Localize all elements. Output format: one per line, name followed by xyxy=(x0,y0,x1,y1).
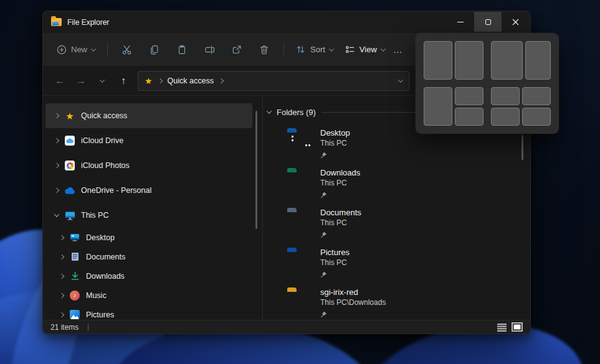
snap-zone[interactable] xyxy=(522,87,551,105)
toolbar-divider xyxy=(283,43,284,57)
expand-chevron-icon[interactable] xyxy=(59,235,64,240)
expand-chevron-icon[interactable] xyxy=(54,113,59,118)
group-collapse-chevron-icon[interactable] xyxy=(267,108,272,113)
expand-chevron-icon[interactable] xyxy=(59,312,64,317)
recent-locations-button[interactable] xyxy=(92,71,113,91)
downloads-icon xyxy=(70,271,80,281)
file-item-downloads[interactable]: Downloads This PC xyxy=(267,164,530,204)
content-scrollbar[interactable] xyxy=(521,135,523,160)
snap-zone[interactable] xyxy=(424,41,452,80)
snap-zone[interactable] xyxy=(491,41,523,80)
maximize-button[interactable] xyxy=(474,12,502,32)
pin-icon xyxy=(320,152,327,159)
sidebar-item-icloud-drive[interactable]: iCloud Drive xyxy=(45,128,252,153)
expand-chevron-icon[interactable] xyxy=(59,254,64,259)
details-view-button[interactable] xyxy=(497,323,507,332)
view-button[interactable]: View xyxy=(339,39,391,60)
snap-zone[interactable] xyxy=(491,87,520,105)
sidebar-item-label: Quick access xyxy=(81,111,127,120)
file-name: Desktop xyxy=(320,128,350,138)
file-list: Desktop This PC xyxy=(267,124,530,320)
expand-chevron-icon[interactable] xyxy=(54,188,59,193)
sidebar-item-label: OneDrive - Personal xyxy=(81,186,151,195)
file-location: This PC xyxy=(320,138,350,148)
sidebar-item-quick-access[interactable]: ★ Quick access xyxy=(45,103,252,128)
minimize-icon xyxy=(457,22,464,22)
new-button[interactable]: New xyxy=(50,40,102,60)
share-button[interactable] xyxy=(223,38,250,62)
snap-zone[interactable] xyxy=(491,108,520,126)
up-button[interactable]: ↑ xyxy=(113,71,134,91)
address-dropdown-icon[interactable] xyxy=(398,77,403,82)
expand-chevron-icon[interactable] xyxy=(59,292,64,297)
expand-chevron-icon[interactable] xyxy=(54,163,59,168)
snap-zone[interactable] xyxy=(455,87,483,105)
pin-icon xyxy=(320,231,327,238)
file-name: sgi-irix-red xyxy=(320,287,386,297)
pin-icon xyxy=(320,271,327,278)
paste-button[interactable] xyxy=(168,38,196,62)
sidebar-item-pictures[interactable]: Pictures xyxy=(45,305,252,320)
view-button-label: View xyxy=(360,45,377,54)
close-icon xyxy=(512,19,519,26)
maximize-icon xyxy=(485,19,491,25)
snap-zone[interactable] xyxy=(424,87,452,126)
file-explorer-app-icon xyxy=(51,18,62,26)
sidebar-item-onedrive[interactable]: OneDrive - Personal xyxy=(45,178,252,203)
icloud-photos-icon xyxy=(65,161,75,170)
title-bar[interactable]: File Explorer xyxy=(43,11,530,33)
plus-circle-icon xyxy=(57,45,67,55)
back-button[interactable]: ← xyxy=(49,71,70,91)
file-item-pictures[interactable]: Pictures This PC xyxy=(267,244,530,284)
delete-button[interactable] xyxy=(250,38,278,62)
sidebar-item-documents[interactable]: Documents xyxy=(45,247,252,266)
toolbar-divider xyxy=(107,43,108,57)
large-icons-view-button[interactable] xyxy=(512,322,523,332)
trash-icon xyxy=(259,44,270,55)
snap-zone[interactable] xyxy=(455,108,483,126)
sidebar-item-music[interactable]: ♪ Music xyxy=(45,286,252,305)
file-location: This PC xyxy=(320,218,361,228)
see-more-button[interactable]: … xyxy=(391,40,406,58)
items-count: 21 items xyxy=(50,323,79,332)
chevron-down-icon xyxy=(381,46,386,51)
sort-button[interactable]: Sort xyxy=(290,39,339,60)
cut-button[interactable] xyxy=(113,38,141,62)
rename-button[interactable] xyxy=(196,38,223,62)
sidebar-scrollbar[interactable] xyxy=(255,111,257,229)
file-name: Documents xyxy=(320,208,361,218)
sidebar-item-downloads[interactable]: Downloads xyxy=(45,266,252,286)
snap-layout-quadrants xyxy=(491,87,551,126)
snap-zone[interactable] xyxy=(525,41,551,80)
pin-icon xyxy=(320,311,327,318)
sidebar-item-icloud-photos[interactable]: iCloud Photos xyxy=(45,153,252,178)
address-bar[interactable]: ★ Quick access xyxy=(138,71,409,91)
music-icon: ♪ xyxy=(70,291,80,301)
file-item-documents[interactable]: Documents This PC xyxy=(267,204,530,244)
status-bar: 21 items xyxy=(43,320,530,334)
close-button[interactable] xyxy=(502,12,529,32)
snap-layouts-flyout xyxy=(416,33,559,134)
quick-access-star-icon: ★ xyxy=(145,77,153,85)
file-location: This PC xyxy=(320,258,350,268)
expand-chevron-icon[interactable] xyxy=(59,273,64,278)
sidebar-item-desktop[interactable]: Desktop xyxy=(45,228,252,247)
this-pc-monitor-icon xyxy=(65,211,75,220)
file-location: This PC\Downloads xyxy=(320,297,386,307)
sidebar-item-this-pc[interactable]: This PC xyxy=(45,203,252,228)
file-item-sgi-irix-red[interactable]: sgi-irix-red This PC\Downloads xyxy=(267,284,530,320)
minimize-button[interactable] xyxy=(447,12,474,32)
collapse-chevron-icon[interactable] xyxy=(54,212,59,217)
sidebar-item-label: iCloud Photos xyxy=(81,161,130,170)
breadcrumb-separator-icon xyxy=(219,78,224,83)
paste-icon xyxy=(176,44,188,55)
expand-chevron-icon[interactable] xyxy=(54,138,59,143)
view-icon xyxy=(345,44,355,55)
forward-button[interactable]: → xyxy=(70,71,92,91)
file-name: Pictures xyxy=(320,248,350,258)
caption-buttons xyxy=(447,12,529,32)
copy-button[interactable] xyxy=(141,38,168,62)
snap-zone[interactable] xyxy=(522,108,551,126)
snap-zone[interactable] xyxy=(455,41,483,80)
breadcrumb-location[interactable]: Quick access xyxy=(168,77,214,85)
